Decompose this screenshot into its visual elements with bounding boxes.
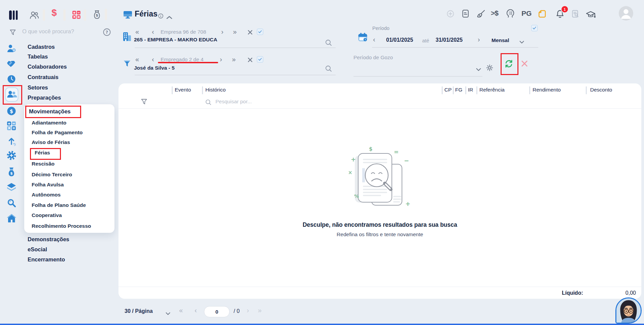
- sidebar-item-contratuais[interactable]: Contratuais: [28, 74, 59, 80]
- sidebar-item-colaboradores[interactable]: Colaboradores: [28, 64, 67, 70]
- submenu-item-rescisao[interactable]: Rescisão: [32, 161, 55, 167]
- assistant-avatar[interactable]: [615, 297, 642, 324]
- money-bag-module-icon[interactable]: $: [93, 10, 101, 21]
- ai-assistant-head-icon[interactable]: [506, 8, 515, 20]
- company-filter-checkbox[interactable]: [257, 29, 263, 35]
- column-header-cp[interactable]: CP: [444, 87, 452, 93]
- search-blue-icon[interactable]: [7, 198, 16, 209]
- submenu-item-folha-avulsa[interactable]: Folha Avulsa: [32, 182, 64, 188]
- period-end-date[interactable]: 31/01/2025: [436, 37, 463, 43]
- money-transfer-icon[interactable]: >$: [491, 9, 498, 17]
- divider: [372, 47, 538, 48]
- calculator-blue-icon[interactable]: [7, 121, 16, 132]
- sidebar-item-encerramento[interactable]: Encerramento: [28, 256, 65, 263]
- graduation-cap-icon[interactable]: [586, 10, 596, 20]
- app-root: { "colors": { "accent_blue": "#2f86d2", …: [0, 0, 644, 325]
- clock-icon[interactable]: [7, 75, 16, 85]
- company-first-button[interactable]: «: [135, 29, 139, 35]
- submenu-item-adiantamento[interactable]: Adiantamento: [32, 120, 66, 126]
- sidebar-item-tabelas[interactable]: Tabelas: [28, 53, 48, 60]
- user-avatar[interactable]: [619, 6, 633, 21]
- sidebar-item-cadastros[interactable]: Cadastros: [28, 44, 55, 50]
- table-filter-funnel-icon[interactable]: [141, 98, 147, 106]
- info-icon[interactable]: [158, 13, 163, 20]
- column-header-rendimento[interactable]: Rendimento: [533, 87, 561, 93]
- svg-text:×: ×: [348, 170, 352, 176]
- sidebar-item-esocial[interactable]: eSocial: [28, 246, 47, 253]
- user-gear-icon[interactable]: [7, 44, 16, 54]
- period-mode-select[interactable]: Mensal: [492, 37, 509, 43]
- page-number-input[interactable]: [206, 309, 228, 315]
- column-header-desconto[interactable]: Desconto: [590, 87, 612, 93]
- column-header-ir[interactable]: IR: [468, 87, 473, 93]
- employee-value[interactable]: José da Silva - 5: [134, 65, 175, 71]
- employee-search-icon[interactable]: [325, 65, 332, 73]
- submenu-item-folha-de-plano-saude[interactable]: Folha de Plano Saúde: [32, 202, 86, 208]
- gozo-settings-gear-icon[interactable]: [486, 64, 494, 73]
- employee-filter-checkbox[interactable]: [257, 56, 263, 63]
- employee-clear-icon[interactable]: [248, 58, 252, 64]
- home-icon[interactable]: [7, 214, 16, 224]
- sidebar-filter-icon[interactable]: [9, 29, 16, 37]
- column-header-referencia[interactable]: Referência: [479, 87, 505, 93]
- company-counter: Empresa 96 de 708: [161, 29, 206, 35]
- submenu-item-recolhimento-processo[interactable]: Recolhimento Processo: [32, 223, 91, 229]
- submenu-item-autonomos[interactable]: Autônomos: [32, 192, 61, 198]
- column-header-fg[interactable]: FG: [455, 87, 463, 93]
- page-size-select[interactable]: 30 / Página: [125, 308, 153, 314]
- period-next-button[interactable]: ›: [478, 36, 480, 42]
- broom-icon[interactable]: [476, 9, 485, 20]
- submenu-item-cooperativa[interactable]: Cooperativa: [32, 212, 62, 218]
- submenu-item-folha-de-pagamento[interactable]: Folha de Pagamento: [32, 130, 83, 136]
- period-start-date[interactable]: 01/01/2025: [386, 37, 413, 43]
- add-circle-icon[interactable]: [447, 10, 454, 19]
- period-prev-button[interactable]: ‹: [373, 36, 375, 42]
- pg-icon[interactable]: PG: [521, 9, 532, 17]
- gozo-select-label[interactable]: Período de Gozo: [353, 55, 393, 61]
- sidebar-search-input[interactable]: [22, 28, 100, 35]
- column-header-historico[interactable]: Histórico: [205, 87, 226, 93]
- sidebar-item-setores[interactable]: Setores: [28, 84, 48, 91]
- pagination-prev-button[interactable]: ‹: [195, 307, 197, 313]
- employee-next-button[interactable]: ›: [220, 56, 222, 62]
- dollar-module-icon[interactable]: $: [52, 7, 57, 18]
- help-icon[interactable]: ?: [103, 28, 111, 37]
- collapse-chevron-up-icon[interactable]: [166, 14, 172, 21]
- page-size-chevron-icon[interactable]: [166, 311, 170, 317]
- gear-plus-icon[interactable]: [6, 150, 16, 162]
- career-growth-icon[interactable]: %: [7, 137, 16, 148]
- dollar-circle-icon[interactable]: $: [7, 106, 16, 117]
- annotation-box-ferias: [30, 148, 61, 160]
- period-checkbox[interactable]: [531, 25, 538, 31]
- employee-first-button[interactable]: «: [135, 56, 139, 62]
- column-header-evento[interactable]: Evento: [175, 87, 191, 93]
- employee-prev-button[interactable]: ‹: [152, 56, 154, 62]
- pagination-next-button[interactable]: ›: [247, 307, 249, 313]
- calculator-module-icon[interactable]: [72, 10, 81, 21]
- period-mode-chevron-icon[interactable]: [519, 39, 524, 45]
- document-search-icon[interactable]: [571, 10, 579, 20]
- divider: [453, 86, 454, 94]
- handshake-icon[interactable]: [6, 60, 16, 69]
- money-bag-blue-icon[interactable]: $: [7, 167, 16, 178]
- pagination-last-button[interactable]: »: [258, 307, 262, 313]
- company-value[interactable]: 265 - EMPRESA - MAKRO EDUCA: [134, 37, 217, 43]
- pagination-first-button[interactable]: «: [179, 307, 183, 313]
- gozo-clear-icon[interactable]: [521, 60, 528, 68]
- company-prev-button[interactable]: ‹: [152, 29, 154, 35]
- company-search-icon[interactable]: [325, 39, 332, 47]
- sidebar-item-demonstracoes[interactable]: Demonstrações: [28, 236, 69, 243]
- table-search-input[interactable]: [215, 98, 294, 105]
- company-clear-icon[interactable]: [248, 30, 252, 36]
- submenu-item-decimo-terceiro[interactable]: Décimo Terceiro: [32, 172, 72, 178]
- people-module-icon[interactable]: [30, 11, 39, 21]
- layers-icon[interactable]: [6, 183, 16, 193]
- company-last-button[interactable]: »: [233, 29, 237, 35]
- employee-last-button[interactable]: »: [232, 56, 236, 62]
- company-next-button[interactable]: ›: [221, 29, 224, 35]
- document-icon[interactable]: [462, 9, 470, 19]
- gozo-chevron-icon[interactable]: [476, 67, 481, 73]
- note-icon[interactable]: [538, 10, 546, 20]
- submenu-item-aviso-de-ferias[interactable]: Aviso de Férias: [32, 139, 70, 145]
- sidebar-item-preparacoes[interactable]: Preparações: [28, 95, 61, 101]
